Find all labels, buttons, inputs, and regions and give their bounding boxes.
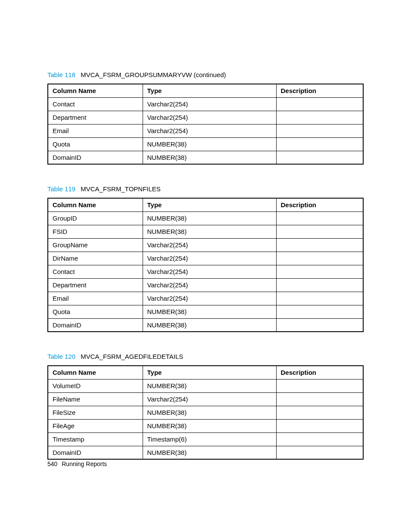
cell-desc: [276, 446, 363, 459]
table-caption-119: Table 119 MVCA_FSRM_TOPNFILES: [47, 185, 364, 193]
section-title: Running Reports: [62, 460, 107, 467]
table-row: GroupIDNUMBER(38): [48, 212, 363, 225]
cell-desc: [276, 137, 363, 151]
table-row: DepartmentVarchar2(254): [48, 111, 363, 124]
table-row: QuotaNUMBER(38): [48, 137, 363, 151]
cell-type: Varchar2(254): [143, 97, 276, 111]
table-119: Column Name Type Description GroupIDNUMB…: [47, 198, 364, 332]
cell-type: Varchar2(254): [143, 111, 276, 124]
page-footer: 540 Running Reports: [47, 460, 107, 467]
cell-desc: [276, 305, 363, 318]
cell-col: DirName: [48, 252, 143, 265]
table-label: Table 120: [47, 353, 75, 360]
cell-desc: [276, 432, 363, 446]
cell-desc: [276, 379, 363, 392]
cell-desc: [276, 124, 363, 137]
cell-col: FSID: [48, 225, 143, 238]
th-column-name: Column Name: [48, 366, 143, 379]
cell-col: Email: [48, 292, 143, 305]
table-118: Column Name Type Description ContactVarc…: [47, 84, 364, 165]
table-row: EmailVarchar2(254): [48, 292, 363, 305]
cell-type: NUMBER(38): [143, 137, 276, 151]
th-description: Description: [276, 366, 363, 379]
cell-desc: [276, 292, 363, 305]
table-caption-118: Table 118 MVCA_FSRM_GROUPSUMMARYVW (cont…: [47, 71, 364, 78]
table-caption-120: Table 120 MVCA_FSRM_AGEDFILEDETAILS: [47, 353, 364, 360]
cell-type: Varchar2(254): [143, 238, 276, 252]
cell-col: Department: [48, 278, 143, 292]
table-row: DirNameVarchar2(254): [48, 252, 363, 265]
cell-type: Varchar2(254): [143, 278, 276, 292]
table-row: FSIDNUMBER(38): [48, 225, 363, 238]
table-name: MVCA_FSRM_GROUPSUMMARYVW (continued): [81, 71, 226, 78]
table-row: FileSizeNUMBER(38): [48, 406, 363, 419]
cell-desc: [276, 392, 363, 406]
cell-col: Quota: [48, 305, 143, 318]
cell-col: GroupID: [48, 212, 143, 225]
cell-desc: [276, 111, 363, 124]
table-row: DepartmentVarchar2(254): [48, 278, 363, 292]
cell-type: Varchar2(254): [143, 292, 276, 305]
th-column-name: Column Name: [48, 198, 143, 212]
table-row: EmailVarchar2(254): [48, 124, 363, 137]
cell-desc: [276, 265, 363, 278]
cell-col: Department: [48, 111, 143, 124]
page-content: Table 118 MVCA_FSRM_GROUPSUMMARYVW (cont…: [0, 0, 411, 460]
cell-type: NUMBER(38): [143, 212, 276, 225]
cell-desc: [276, 252, 363, 265]
cell-desc: [276, 212, 363, 225]
cell-col: GroupName: [48, 238, 143, 252]
th-type: Type: [143, 198, 276, 212]
cell-desc: [276, 406, 363, 419]
table-header-row: Column Name Type Description: [48, 84, 363, 97]
cell-type: Varchar2(254): [143, 265, 276, 278]
table-label: Table 118: [47, 71, 75, 78]
cell-desc: [276, 318, 363, 332]
cell-col: VolumeID: [48, 379, 143, 392]
th-description: Description: [276, 84, 363, 97]
table-row: GroupNameVarchar2(254): [48, 238, 363, 252]
cell-desc: [276, 97, 363, 111]
cell-col: Contact: [48, 97, 143, 111]
cell-desc: [276, 238, 363, 252]
table-row: ContactVarchar2(254): [48, 97, 363, 111]
cell-type: NUMBER(38): [143, 419, 276, 432]
cell-col: Quota: [48, 137, 143, 151]
cell-col: DomainID: [48, 151, 143, 164]
page-number: 540: [47, 460, 57, 467]
cell-col: Contact: [48, 265, 143, 278]
table-row: ContactVarchar2(254): [48, 265, 363, 278]
table-row: DomainIDNUMBER(38): [48, 318, 363, 332]
cell-type: Varchar2(254): [143, 124, 276, 137]
cell-type: NUMBER(38): [143, 446, 276, 459]
th-description: Description: [276, 198, 363, 212]
cell-col: FileName: [48, 392, 143, 406]
cell-col: FileAge: [48, 419, 143, 432]
cell-type: NUMBER(38): [143, 151, 276, 164]
cell-type: NUMBER(38): [143, 406, 276, 419]
table-label: Table 119: [47, 185, 75, 193]
cell-type: NUMBER(38): [143, 379, 276, 392]
cell-desc: [276, 278, 363, 292]
cell-type: Varchar2(254): [143, 392, 276, 406]
table-name: MVCA_FSRM_AGEDFILEDETAILS: [81, 353, 183, 360]
table-name: MVCA_FSRM_TOPNFILES: [81, 185, 161, 193]
cell-col: DomainID: [48, 446, 143, 459]
cell-type: Varchar2(254): [143, 252, 276, 265]
table-header-row: Column Name Type Description: [48, 198, 363, 212]
cell-col: Timestamp: [48, 432, 143, 446]
table-row: QuotaNUMBER(38): [48, 305, 363, 318]
table-row: VolumeIDNUMBER(38): [48, 379, 363, 392]
table-header-row: Column Name Type Description: [48, 366, 363, 379]
table-row: DomainIDNUMBER(38): [48, 151, 363, 164]
cell-col: FileSize: [48, 406, 143, 419]
th-column-name: Column Name: [48, 84, 143, 97]
cell-col: DomainID: [48, 318, 143, 332]
th-type: Type: [143, 84, 276, 97]
cell-desc: [276, 225, 363, 238]
cell-type: Timestamp(6): [143, 432, 276, 446]
table-row: FileNameVarchar2(254): [48, 392, 363, 406]
cell-type: NUMBER(38): [143, 318, 276, 332]
th-type: Type: [143, 366, 276, 379]
cell-desc: [276, 151, 363, 164]
